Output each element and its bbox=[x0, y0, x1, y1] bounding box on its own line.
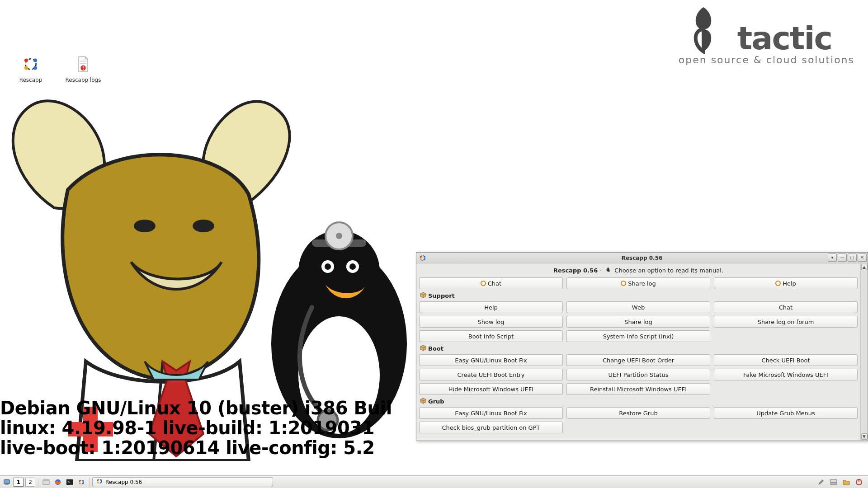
button-label: System Info Script (Inxi) bbox=[603, 333, 674, 340]
folder-tray-icon[interactable] bbox=[842, 478, 851, 487]
svg-point-4 bbox=[33, 66, 37, 70]
boot-info-script-button[interactable]: Boot Info Script bbox=[419, 330, 563, 342]
top-button-row: ChatShare logHelp bbox=[419, 277, 858, 289]
button-label: Help bbox=[484, 304, 498, 311]
button-label: Hide Microsoft Windows UEFI bbox=[448, 386, 533, 393]
svg-point-26 bbox=[420, 256, 422, 258]
task-app-icon bbox=[96, 478, 103, 486]
section-title: Support bbox=[428, 292, 455, 299]
button-label: Reinstall Microsoft Windows UEFI bbox=[590, 386, 687, 393]
task-label: Rescapp 0.56 bbox=[105, 479, 142, 485]
svg-text:>_: >_ bbox=[67, 480, 73, 484]
fake-microsoft-windows-uefi-button[interactable]: Fake Microsoft Windows UEFI bbox=[714, 369, 858, 380]
window-header-line: Rescapp 0.56 - Choose an option to read … bbox=[419, 265, 858, 277]
easy-gnu-linux-boot-fix-button[interactable]: Easy GNU/Linux Boot Fix bbox=[419, 407, 563, 419]
button-row: Hide Microsoft Windows UEFIReinstall Mic… bbox=[419, 383, 858, 395]
check-uefi-boot-button[interactable]: Check UEFI Boot bbox=[714, 354, 858, 366]
svg-rect-33 bbox=[43, 479, 49, 481]
button-row: Easy GNU/Linux Boot FixChange UEFI Boot … bbox=[419, 354, 858, 366]
web-button[interactable]: Web bbox=[566, 301, 710, 313]
tactic-brand-text: tactic bbox=[737, 23, 832, 54]
button-label: Update Grub Menus bbox=[756, 410, 815, 417]
system-tray bbox=[816, 478, 866, 487]
check-bios-grub-partition-on-gpt-button[interactable]: Check bios_grub partition on GPT bbox=[419, 422, 563, 433]
svg-point-45 bbox=[97, 482, 99, 483]
chat-button[interactable]: Chat bbox=[714, 301, 858, 313]
tactic-subtitle: open source & cloud solutions bbox=[679, 54, 854, 66]
scrollbar-track[interactable] bbox=[861, 271, 867, 433]
button-label: Share log bbox=[624, 319, 652, 325]
change-uefi-boot-order-button[interactable]: Change UEFI Boot Order bbox=[566, 354, 710, 366]
scrollbar-down-arrow[interactable]: ▼ bbox=[861, 433, 868, 440]
top-share-log-button[interactable]: Share log bbox=[566, 277, 710, 289]
show-log-button[interactable]: Show log bbox=[419, 316, 563, 328]
button-label: Share log bbox=[628, 280, 656, 287]
top-help-button[interactable]: Help bbox=[714, 277, 858, 289]
vertical-scrollbar[interactable]: ▲ ▼ bbox=[860, 263, 868, 441]
svg-rect-31 bbox=[5, 484, 8, 485]
taskbar: 1 2 >_ Rescapp 0.56 bbox=[0, 475, 868, 488]
desktop-icon-rescapp[interactable]: Rescapp bbox=[13, 53, 49, 83]
desktop-icon-label: Rescapp logs bbox=[66, 77, 101, 83]
file-manager-icon[interactable] bbox=[41, 477, 51, 487]
firefox-icon[interactable] bbox=[53, 477, 63, 487]
disk-tray-icon[interactable] bbox=[829, 478, 838, 487]
uefi-partition-status-button[interactable]: UEFI Partition Status bbox=[566, 369, 710, 380]
button-label: Chat bbox=[488, 280, 501, 287]
restore-grub-button[interactable]: Restore Grub bbox=[566, 407, 710, 419]
reinstall-microsoft-windows-uefi-button[interactable]: Reinstall Microsoft Windows UEFI bbox=[566, 383, 710, 395]
window-titlebar[interactable]: Rescapp 0.56 ▾ — ▢ ✕ bbox=[416, 253, 868, 263]
power-tray-icon[interactable] bbox=[854, 478, 863, 487]
svg-point-22 bbox=[326, 222, 353, 249]
workspace-2[interactable]: 2 bbox=[25, 478, 35, 487]
rescapp-window: Rescapp 0.56 ▾ — ▢ ✕ Rescapp 0.56 - Choo… bbox=[416, 252, 868, 441]
show-desktop-icon[interactable] bbox=[2, 477, 12, 487]
window-close-button[interactable]: ✕ bbox=[858, 253, 867, 262]
svg-point-1 bbox=[24, 59, 28, 62]
system-info-script-inxi-button[interactable]: System Info Script (Inxi) bbox=[566, 330, 710, 342]
rescapp-icon bbox=[20, 53, 42, 75]
top-chat-button[interactable]: Chat bbox=[419, 277, 563, 289]
svg-point-17 bbox=[321, 260, 334, 273]
window-minimize-button[interactable]: — bbox=[838, 253, 847, 262]
share-log-button[interactable]: Share log bbox=[566, 316, 710, 328]
update-grub-menus-button[interactable]: Update Grub Menus bbox=[714, 407, 858, 419]
button-label: Check bios_grub partition on GPT bbox=[442, 424, 540, 431]
easy-gnu-linux-boot-fix-button[interactable]: Easy GNU/Linux Boot Fix bbox=[419, 354, 563, 366]
rescapp-window-icon bbox=[419, 254, 426, 262]
svg-point-18 bbox=[325, 263, 331, 270]
tactic-logo: tactic open source & cloud solutions bbox=[679, 5, 854, 66]
section-head-boot: Boot bbox=[420, 345, 858, 352]
button-row: Show logShare logShare log on forum bbox=[419, 316, 858, 328]
package-icon bbox=[420, 345, 426, 352]
rescapp-launcher-icon[interactable] bbox=[76, 477, 86, 487]
edit-tray-icon[interactable] bbox=[816, 478, 826, 487]
gear-icon bbox=[775, 281, 781, 286]
section-head-support: Support bbox=[420, 292, 858, 300]
button-label: Check UEFI Boot bbox=[761, 357, 810, 364]
button-label: Change UEFI Boot Order bbox=[603, 357, 674, 364]
window-controls: ▾ — ▢ ✕ bbox=[828, 253, 867, 262]
scrollbar-up-arrow[interactable]: ▲ bbox=[861, 264, 868, 270]
taskbar-task-rescapp[interactable]: Rescapp 0.56 bbox=[92, 477, 273, 487]
hide-microsoft-windows-uefi-button[interactable]: Hide Microsoft Windows UEFI bbox=[419, 383, 563, 395]
svg-rect-30 bbox=[4, 479, 9, 483]
create-uefi-boot-entry-button[interactable]: Create UEFI Boot Entry bbox=[419, 369, 563, 380]
button-label: UEFI Partition Status bbox=[609, 371, 669, 378]
window-maximize-button[interactable]: ▢ bbox=[848, 253, 857, 262]
share-log-on-forum-button[interactable]: Share log on forum bbox=[714, 316, 858, 328]
help-button[interactable]: Help bbox=[419, 301, 563, 313]
section-title: Boot bbox=[428, 345, 443, 352]
svg-point-3 bbox=[24, 66, 28, 70]
svg-point-38 bbox=[79, 480, 81, 482]
debian-line3: live-boot: 1:20190614 live-config: 5.2 bbox=[0, 437, 392, 458]
svg-rect-9 bbox=[83, 69, 84, 70]
button-label: Share log on forum bbox=[758, 319, 814, 325]
header-strong: Rescapp 0.56 bbox=[553, 267, 598, 274]
workspace-1[interactable]: 1 bbox=[14, 478, 24, 487]
desktop-icon-rescapp-logs[interactable]: Rescapp logs bbox=[65, 53, 101, 83]
window-keep-above-button[interactable]: ▾ bbox=[828, 253, 837, 262]
taskbar-separator bbox=[38, 478, 38, 487]
svg-point-40 bbox=[79, 482, 81, 484]
terminal-icon[interactable]: >_ bbox=[65, 477, 75, 487]
